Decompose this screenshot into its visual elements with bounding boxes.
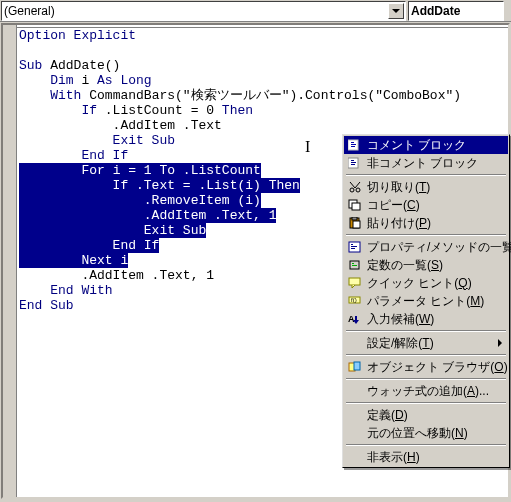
menu-separator: [346, 354, 506, 356]
svg-rect-16: [351, 244, 353, 245]
menu-separator: [346, 174, 506, 176]
context-menu: コメント ブロック 非コメント ブロック 切り取り(T) コピー(C) 貼り付け…: [342, 134, 510, 468]
paste-icon: [346, 215, 364, 231]
menu-separator: [346, 402, 506, 404]
menu-parameter-info[interactable]: f() パラメータ ヒント(M): [344, 292, 508, 310]
object-combo[interactable]: (General): [1, 1, 406, 21]
copy-icon: [346, 197, 364, 213]
menu-definition[interactable]: 定義(D): [344, 406, 508, 424]
svg-rect-2: [351, 144, 356, 145]
menu-complete-word[interactable]: A 入力候補(W): [344, 310, 508, 328]
procedure-combo-value: AddDate: [411, 4, 460, 18]
list-constants-icon: [346, 257, 364, 273]
svg-rect-27: [354, 362, 360, 370]
menu-separator: [346, 234, 506, 236]
svg-rect-5: [351, 160, 354, 161]
margin-indicator-bar: [3, 25, 17, 497]
svg-rect-22: [349, 278, 360, 285]
svg-rect-13: [352, 217, 357, 220]
svg-rect-6: [351, 162, 356, 163]
svg-rect-14: [353, 221, 360, 228]
scissors-icon: [346, 179, 364, 195]
toolbar-row: (General) AddDate: [0, 0, 511, 22]
menu-list-constants[interactable]: 定数の一覧(S): [344, 256, 508, 274]
menu-add-watch[interactable]: ウォッチ式の追加(A)...: [344, 382, 508, 400]
text-cursor-ibeam: I: [305, 138, 310, 156]
quick-info-icon: [346, 275, 364, 291]
list-properties-icon: [346, 239, 364, 255]
complete-word-icon: A: [346, 311, 364, 327]
svg-rect-11: [352, 203, 360, 210]
svg-rect-17: [351, 246, 357, 247]
svg-text:f(): f(): [351, 297, 357, 303]
submenu-arrow-icon: [498, 339, 502, 347]
menu-copy[interactable]: コピー(C): [344, 196, 508, 214]
menu-separator: [346, 330, 506, 332]
menu-hide[interactable]: 非表示(H): [344, 448, 508, 466]
procedure-combo[interactable]: AddDate: [408, 1, 504, 21]
menu-paste[interactable]: 貼り付け(P): [344, 214, 508, 232]
chevron-down-icon[interactable]: [388, 3, 404, 19]
comment-block-icon: [346, 137, 364, 153]
menu-object-browser[interactable]: オブジェクト ブラウザ(O): [344, 358, 508, 376]
menu-comment-block[interactable]: コメント ブロック: [344, 136, 508, 154]
menu-toggle[interactable]: 設定/解除(T): [344, 334, 508, 352]
menu-uncomment-block[interactable]: 非コメント ブロック: [344, 154, 508, 172]
svg-rect-18: [351, 248, 355, 249]
menu-quick-info[interactable]: クイック ヒント(Q): [344, 274, 508, 292]
menu-last-position[interactable]: 元の位置へ移動(N): [344, 424, 508, 442]
svg-point-8: [350, 188, 354, 192]
svg-text:A: A: [348, 314, 355, 324]
svg-rect-20: [352, 263, 354, 264]
object-combo-value: (General): [4, 4, 55, 18]
object-browser-icon: [346, 359, 364, 375]
svg-rect-21: [352, 265, 357, 266]
svg-rect-3: [351, 146, 355, 147]
svg-point-9: [356, 188, 360, 192]
uncomment-block-icon: [346, 155, 364, 171]
menu-separator: [346, 378, 506, 380]
menu-cut[interactable]: 切り取り(T): [344, 178, 508, 196]
menu-separator: [346, 444, 506, 446]
svg-rect-1: [351, 142, 354, 143]
svg-rect-7: [351, 164, 355, 165]
menu-list-properties[interactable]: プロパティ/メソッドの一覧(L): [344, 238, 508, 256]
parameter-info-icon: f(): [346, 293, 364, 309]
